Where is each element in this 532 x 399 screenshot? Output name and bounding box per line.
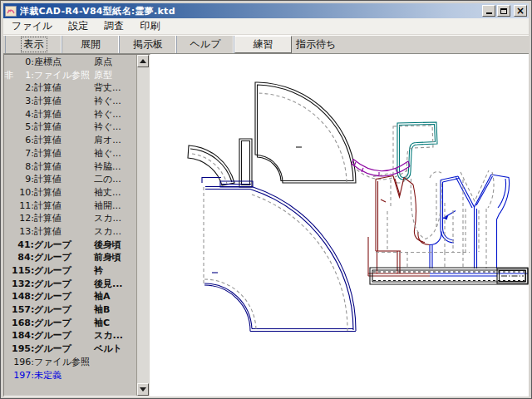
list-item[interactable]: 196: ファイル参照 bbox=[4, 356, 136, 369]
list-item-number: 184: bbox=[12, 329, 34, 342]
list-item-prefix bbox=[4, 317, 12, 330]
list-item-number: 115: bbox=[12, 264, 34, 278]
list-item[interactable]: 168: グループ 袖C bbox=[4, 317, 136, 330]
list-item-name: 肩オ... bbox=[94, 134, 121, 147]
list-item[interactable]: 12: 計算値 スカ... bbox=[4, 212, 136, 225]
menu-item-file[interactable]: ファイル bbox=[7, 18, 57, 34]
piece-waist-arc-facing[interactable] bbox=[188, 145, 234, 185]
list-item[interactable]: 10: 計算値 袖丈... bbox=[4, 186, 136, 200]
list-item-name: スカ... bbox=[94, 212, 121, 225]
list-item[interactable]: 5: 計算値 衿ぐ... bbox=[4, 121, 136, 134]
scroll-up-button[interactable] bbox=[137, 55, 149, 67]
board-button-label: 掲示板 bbox=[133, 37, 163, 52]
list-item[interactable]: 148: グループ 袖A bbox=[4, 290, 136, 303]
title-bar[interactable]: 洋裁CAD-R4-V84型紙名:霊夢.ktd × bbox=[3, 3, 529, 18]
object-list[interactable]: 0: 座標点 原点 非 1: ファイル参照 原型 2: 計算値 背丈... bbox=[4, 55, 136, 396]
list-item[interactable]: 11: 計算値 袖開... bbox=[4, 200, 136, 213]
list-item-name: 袖丈... bbox=[94, 186, 121, 200]
list-item-prefix bbox=[4, 264, 12, 278]
list-item[interactable]: 195: グループ ベルト bbox=[4, 342, 136, 356]
list-item-prefix bbox=[4, 200, 12, 213]
list-item-number: 0: bbox=[12, 56, 34, 69]
close-icon: × bbox=[516, 7, 525, 15]
list-item[interactable]: 184: グループ スカ... bbox=[4, 329, 136, 342]
list-item[interactable]: 6: 計算値 肩オ... bbox=[4, 134, 136, 147]
list-item-prefix bbox=[4, 81, 12, 95]
fan-seam-allowance bbox=[257, 93, 347, 182]
list-item-name: 衿 bbox=[94, 264, 103, 278]
list-item[interactable]: 0: 座標点 原点 bbox=[4, 56, 136, 69]
list-item-prefix bbox=[4, 278, 12, 291]
list-item[interactable]: 115: グループ 衿 bbox=[4, 264, 136, 278]
piece-skirt-panel-upper[interactable] bbox=[255, 82, 356, 183]
app-window: 洋裁CAD-R4-V84型紙名:霊夢.ktd × ファイル 設定 調査 印刷 表… bbox=[0, 0, 532, 399]
list-item-prefix bbox=[4, 225, 12, 239]
list-item-name: 袖A bbox=[94, 290, 111, 303]
list-item-name: 衿ぐ... bbox=[94, 121, 121, 134]
close-button[interactable]: × bbox=[514, 5, 527, 17]
list-item-prefix bbox=[4, 160, 12, 174]
window-title: 洋裁CAD-R4-V84型紙名:霊夢.ktd bbox=[20, 5, 480, 17]
list-item-number: 10: bbox=[12, 186, 34, 200]
list-item-prefix bbox=[4, 56, 12, 69]
list-item-type: 座標点 bbox=[34, 56, 62, 69]
list-item-number: 195: bbox=[12, 342, 34, 356]
pattern-canvas[interactable] bbox=[150, 54, 529, 397]
list-item-name: 袖開... bbox=[94, 200, 121, 213]
list-item[interactable]: 13: 計算値 スカ... bbox=[4, 225, 136, 239]
list-item[interactable]: 84: グループ 前身頃 bbox=[4, 251, 136, 264]
minimize-button[interactable] bbox=[482, 5, 495, 17]
object-list-panel: 0: 座標点 原点 非 1: ファイル参照 原型 2: 計算値 背丈... bbox=[3, 54, 150, 397]
list-item-number: 6: bbox=[12, 134, 34, 147]
list-item-number: 41: bbox=[12, 239, 34, 252]
list-item-number: 1: bbox=[12, 69, 34, 82]
list-item[interactable]: 9: 計算値 二の... bbox=[4, 173, 136, 186]
expand-button[interactable]: 展開 bbox=[62, 36, 120, 53]
piece-belt-loop-rect[interactable] bbox=[239, 139, 252, 187]
list-item[interactable]: 197: 未定義 bbox=[4, 369, 136, 382]
practice-button-label: 練習 bbox=[254, 37, 273, 52]
arc-facing-seam bbox=[192, 154, 227, 184]
list-item-type: グループ bbox=[34, 290, 71, 303]
list-item-number: 7: bbox=[12, 147, 34, 160]
list-item-prefix bbox=[4, 329, 12, 342]
list-item[interactable]: 非 1: ファイル参照 原型 bbox=[4, 69, 136, 82]
list-scrollbar[interactable] bbox=[136, 55, 150, 396]
list-item[interactable]: 2: 計算値 背丈... bbox=[4, 81, 136, 95]
list-item-name: 袖C bbox=[94, 317, 110, 330]
list-item-type: グループ bbox=[34, 278, 71, 291]
list-item-prefix bbox=[4, 239, 12, 252]
list-item[interactable]: 132: グループ 後見... bbox=[4, 278, 136, 291]
list-item[interactable]: 41: グループ 後身頃 bbox=[4, 239, 136, 252]
help-button[interactable]: ヘルプ bbox=[177, 36, 234, 53]
list-item-type: グループ bbox=[34, 317, 71, 330]
list-item-name: 衿ぐ... bbox=[94, 108, 121, 121]
minimize-icon bbox=[486, 12, 492, 14]
piece-sleeve-teal[interactable] bbox=[397, 122, 437, 180]
app-icon[interactable] bbox=[5, 6, 17, 17]
list-item-type: グループ bbox=[34, 251, 71, 264]
view-button[interactable]: 表示 bbox=[5, 36, 62, 53]
list-item-type: 計算値 bbox=[34, 225, 62, 239]
list-item-type: 計算値 bbox=[34, 147, 62, 160]
list-item-name: スカ... bbox=[94, 329, 123, 342]
list-item[interactable]: 4: 計算値 衿ぐ... bbox=[4, 108, 136, 121]
list-item-number: 4: bbox=[12, 108, 34, 121]
list-item-type: グループ bbox=[34, 342, 71, 356]
list-item-prefix bbox=[4, 121, 12, 134]
menu-item-settings[interactable]: 設定 bbox=[64, 18, 92, 34]
list-item[interactable]: 3: 計算値 衿ぐ... bbox=[4, 95, 136, 108]
list-item[interactable]: 157: グループ 袖B bbox=[4, 303, 136, 317]
board-button[interactable]: 掲示板 bbox=[120, 36, 177, 53]
list-item[interactable]: 7: 計算値 袖ぐ... bbox=[4, 147, 136, 160]
practice-button[interactable]: 練習 bbox=[234, 36, 292, 53]
piece-waistband-small[interactable] bbox=[202, 178, 253, 188]
list-item[interactable]: 8: 計算値 衿脇... bbox=[4, 160, 136, 174]
maximize-button[interactable] bbox=[497, 5, 510, 17]
list-item-type: 計算値 bbox=[34, 173, 62, 186]
scroll-down-button[interactable] bbox=[137, 383, 149, 396]
menu-item-inspect[interactable]: 調査 bbox=[100, 18, 128, 34]
piece-bodice-back[interactable] bbox=[368, 176, 430, 277]
list-item-type: 計算値 bbox=[34, 95, 62, 108]
menu-item-print[interactable]: 印刷 bbox=[135, 18, 164, 34]
